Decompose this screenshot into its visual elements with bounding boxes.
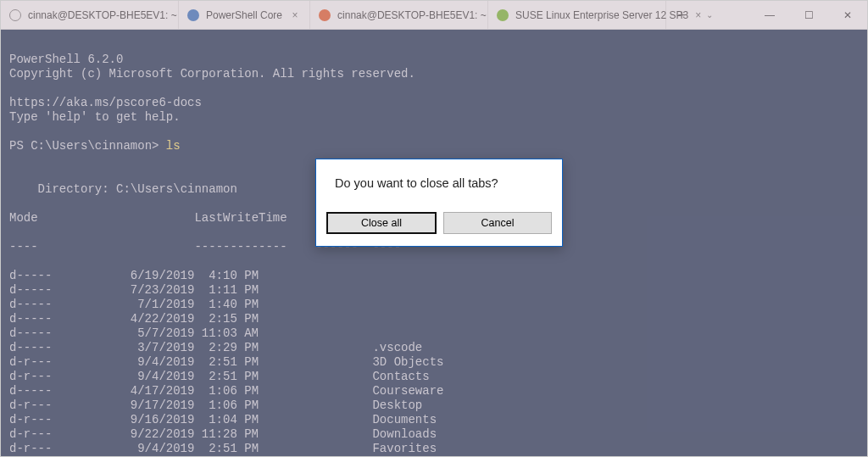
- close-tabs-dialog: Do you want to close all tabs? Close all…: [315, 159, 563, 247]
- cancel-button[interactable]: Cancel: [443, 212, 552, 234]
- dialog-message: Do you want to close all tabs?: [316, 159, 562, 212]
- dialog-actions: Close all Cancel: [316, 212, 562, 246]
- terminal-window: cinnak@DESKTOP-BHE5EV1: ~×PowerShell Cor…: [0, 0, 868, 457]
- close-all-button[interactable]: Close all: [326, 212, 437, 234]
